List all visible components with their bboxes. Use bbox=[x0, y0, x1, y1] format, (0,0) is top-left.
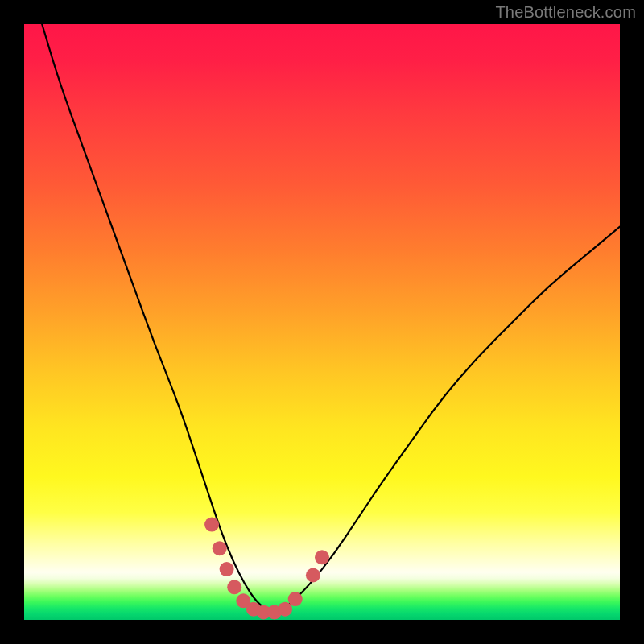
chart-frame: TheBottleneck.com bbox=[0, 0, 644, 644]
highlight-marker bbox=[220, 562, 234, 576]
bottleneck-chart bbox=[24, 24, 620, 620]
plot-area bbox=[24, 24, 620, 620]
highlight-marker bbox=[227, 580, 242, 594]
highlight-marker bbox=[204, 518, 219, 532]
bottleneck-curve-line bbox=[42, 24, 620, 611]
highlight-marker bbox=[306, 568, 320, 583]
highlight-marker bbox=[213, 541, 227, 555]
watermark-text: TheBottleneck.com bbox=[495, 3, 636, 22]
highlight-marker bbox=[315, 550, 329, 564]
highlight-marker-group bbox=[204, 518, 329, 620]
highlight-marker bbox=[288, 592, 303, 606]
